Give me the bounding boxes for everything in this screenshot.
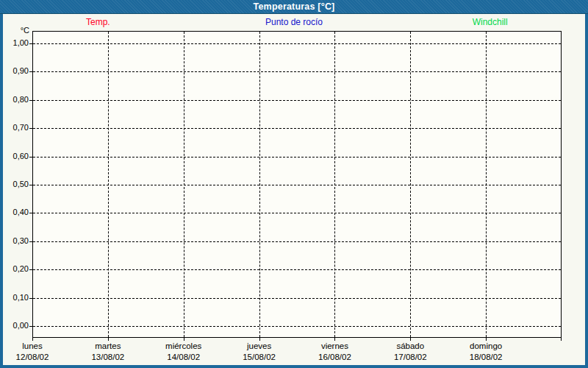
v-gridline xyxy=(108,32,109,337)
x-tick-mark xyxy=(486,338,487,341)
x-date-label: 15/08/02 xyxy=(223,353,296,361)
x-day-label: miércoles xyxy=(147,342,220,350)
y-tick-label: 0,90 xyxy=(3,66,29,76)
x-day-label: domingo xyxy=(449,342,523,350)
y-tick-label: 1,00 xyxy=(3,38,29,48)
h-gridline xyxy=(33,157,561,158)
h-gridline xyxy=(33,185,561,185)
y-tick-mark xyxy=(29,298,32,299)
x-date-label: 18/08/02 xyxy=(449,353,523,361)
v-gridline xyxy=(410,32,411,337)
plot-area xyxy=(32,31,562,338)
v-gridline xyxy=(486,32,487,337)
x-tick-mark xyxy=(334,338,335,341)
x-day-label: viernes xyxy=(298,342,371,350)
x-tick-mark xyxy=(410,338,411,341)
h-gridline xyxy=(33,43,561,44)
x-date-label: 17/08/02 xyxy=(373,353,447,361)
x-tick-mark xyxy=(561,338,562,341)
y-tick-label: 0,70 xyxy=(3,122,29,132)
chart-title: Temperaturas [°C] xyxy=(254,1,335,12)
x-day-label: martes xyxy=(71,342,145,350)
x-tick-mark xyxy=(184,338,184,341)
y-axis-unit-label: °C xyxy=(3,26,29,35)
y-tick-mark xyxy=(29,71,32,72)
y-tick-mark xyxy=(29,128,32,129)
x-date-label: 13/08/02 xyxy=(71,353,145,361)
legend-item: Punto de rocío xyxy=(196,15,392,29)
y-tick-label: 0,30 xyxy=(3,236,29,246)
y-tick-label: 0,10 xyxy=(3,292,29,302)
y-tick-mark xyxy=(29,269,32,270)
h-gridline xyxy=(33,100,561,101)
h-gridline xyxy=(33,71,561,72)
y-tick-label: 0,80 xyxy=(3,94,29,105)
y-tick-mark xyxy=(29,100,32,101)
h-gridline xyxy=(33,213,561,213)
legend: Temp.Punto de rocíoWindchill xyxy=(0,15,588,29)
h-gridline xyxy=(33,241,561,242)
h-gridline xyxy=(33,128,561,129)
v-gridline xyxy=(184,32,184,337)
y-tick-label: 0,20 xyxy=(3,263,29,274)
y-tick-mark xyxy=(29,157,32,158)
y-tick-label: 0,50 xyxy=(3,179,29,189)
x-date-label: 14/08/02 xyxy=(147,353,220,361)
legend-item: Windchill xyxy=(392,15,588,29)
y-tick-mark xyxy=(29,326,32,327)
chart-window: Temperaturas [°C] Temp.Punto de rocíoWin… xyxy=(0,0,588,368)
y-tick-mark xyxy=(29,43,32,44)
legend-item: Temp. xyxy=(0,15,196,29)
y-tick-mark xyxy=(29,213,32,213)
x-day-label: sábado xyxy=(373,342,447,350)
y-tick-label: 0,40 xyxy=(3,207,29,217)
x-day-label: jueves xyxy=(223,342,296,350)
x-day-label: lunes xyxy=(0,342,69,350)
y-tick-mark xyxy=(29,185,32,185)
x-date-label: 16/08/02 xyxy=(298,353,371,361)
x-tick-mark xyxy=(32,338,33,341)
h-gridline xyxy=(33,326,561,327)
v-gridline xyxy=(259,32,260,337)
h-gridline xyxy=(33,269,561,270)
x-date-label: 12/08/02 xyxy=(0,353,69,361)
v-gridline xyxy=(334,32,335,337)
x-tick-mark xyxy=(108,338,109,341)
x-tick-mark xyxy=(259,338,260,341)
h-gridline xyxy=(33,298,561,299)
y-tick-mark xyxy=(29,241,32,242)
y-tick-label: 0,60 xyxy=(3,151,29,161)
title-bar: Temperaturas [°C] xyxy=(0,0,588,14)
y-tick-label: 0,00 xyxy=(3,320,29,330)
